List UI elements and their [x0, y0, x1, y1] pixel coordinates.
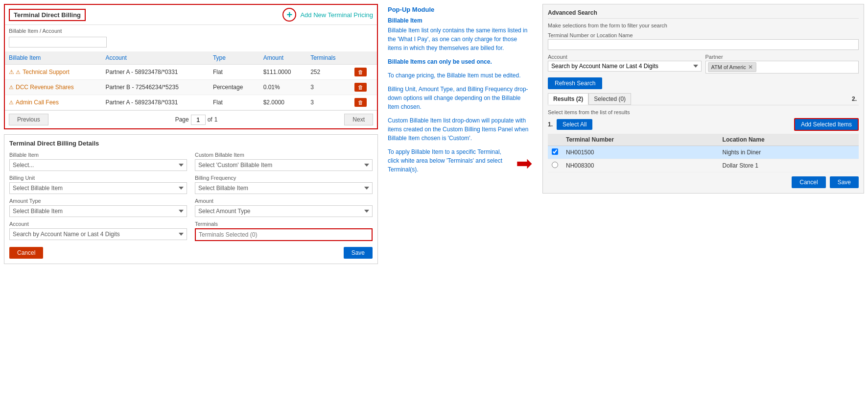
- delete-button[interactable]: 🗑: [354, 68, 367, 76]
- col-type: Type: [209, 51, 259, 65]
- selected-tab[interactable]: Selected (0): [588, 93, 631, 105]
- table-row: ⚠ Technical Support Partner A - 58923478…: [5, 65, 377, 80]
- delete-cell[interactable]: 🗑: [351, 95, 377, 110]
- cancel-button[interactable]: Cancel: [9, 247, 43, 259]
- billable-item-select[interactable]: Select...: [9, 159, 187, 171]
- account-select[interactable]: Search by Account Name or Last 4 Digits: [9, 228, 187, 240]
- amount-cell: 0.01%: [259, 80, 307, 95]
- popup-title: Pop-Up Module: [388, 6, 533, 13]
- billable-account-label: Billable Item / Account: [5, 25, 377, 35]
- location-name-cell: Dollar Store 1: [719, 159, 859, 172]
- billing-unit-label: Billing Unit: [9, 175, 187, 181]
- table-row: Admin Call Fees Partner A - 58923478/*03…: [5, 95, 377, 110]
- filter-label: Make selections from the form to filter …: [548, 23, 859, 28]
- popup-apply-text: To apply Billable Item to a specific Ter…: [388, 147, 510, 174]
- billable-item-cell[interactable]: DCC Revenue Shares: [5, 80, 101, 95]
- add-new-button[interactable]: +: [282, 8, 296, 22]
- col-terminals: Terminals: [306, 51, 350, 65]
- type-cell: Percentage: [209, 80, 259, 95]
- account-filter-select[interactable]: Search by Account Name or Last 4 Digits: [548, 61, 702, 72]
- billable-item-link[interactable]: Technical Support: [16, 69, 69, 75]
- billable-item-label: Billable Item: [9, 152, 187, 158]
- select-all-button[interactable]: Select All: [557, 119, 592, 130]
- terminal-label: Terminal Number or Location Name: [548, 32, 859, 38]
- page-input[interactable]: [191, 115, 206, 125]
- amount-label: Amount: [195, 198, 373, 204]
- save-button[interactable]: Save: [344, 247, 373, 259]
- terminals-input[interactable]: [195, 228, 373, 241]
- col-location-name: Location Name: [719, 134, 859, 146]
- col-amount: Amount: [259, 51, 307, 65]
- terminals-cell: 3: [306, 95, 350, 110]
- amount-cell: $111.0000: [259, 65, 307, 80]
- popup-once-text: To change pricing, the Billable Item mus…: [388, 71, 533, 80]
- type-cell: Flat: [209, 95, 259, 110]
- billable-item-cell[interactable]: Admin Call Fees: [5, 95, 101, 110]
- add-selected-button[interactable]: Add Selected Items: [794, 118, 859, 131]
- account-cell: Partner A - 58923478/*0331: [101, 65, 209, 80]
- page-label: Page: [175, 116, 189, 123]
- col-checkbox: [548, 134, 562, 146]
- previous-button[interactable]: Previous: [9, 114, 48, 125]
- bottom-cancel-button[interactable]: Cancel: [792, 176, 825, 188]
- account-cell: Partner B - 72546234/*5235: [101, 80, 209, 95]
- advanced-search-title: Advanced Search: [548, 9, 859, 19]
- partner-remove-icon[interactable]: ✕: [748, 64, 753, 71]
- popup-billing-unit-text: Billing Unit, Amount Type, and Billing F…: [388, 85, 533, 111]
- terminals-cell: 3: [306, 80, 350, 95]
- step1-label: 1.: [548, 121, 553, 128]
- billing-unit-select[interactable]: Select Billable Item: [9, 182, 187, 194]
- terminal-search-input[interactable]: [548, 39, 859, 50]
- billing-table: Billable Item Account Type Amount Termin…: [5, 51, 377, 110]
- type-cell: Flat: [209, 65, 259, 80]
- partner-filter-label: Partner: [705, 54, 859, 60]
- of-label: of: [208, 116, 212, 123]
- terminals-cell: 252: [306, 65, 350, 80]
- popup-once-title: Billable Items can only be used once.: [388, 57, 533, 66]
- billing-frequency-label: Billing Frequency: [195, 175, 373, 181]
- select-items-label: Select items from the list of results: [548, 109, 859, 115]
- delete-cell[interactable]: 🗑: [351, 65, 377, 80]
- refresh-search-button[interactable]: Refresh Search: [548, 77, 602, 89]
- bottom-save-button[interactable]: Save: [830, 176, 859, 188]
- delete-cell[interactable]: 🗑: [351, 80, 377, 95]
- billable-item-link[interactable]: DCC Revenue Shares: [9, 84, 74, 91]
- partner-tag-value: ATM of Americ: [711, 64, 746, 70]
- list-item[interactable]: NH001500 Nights in Diner: [548, 146, 859, 159]
- list-item[interactable]: NH008300 Dollar Store 1: [548, 159, 859, 172]
- terminal-number-cell: NH001500: [562, 146, 719, 159]
- details-title: Terminal Direct Billing Details: [9, 140, 373, 147]
- col-terminal-number: Terminal Number: [562, 134, 719, 146]
- terminals-label: Terminals: [195, 221, 373, 227]
- billing-frequency-select[interactable]: Select Billable Item: [195, 182, 373, 194]
- billable-item-link[interactable]: Admin Call Fees: [9, 99, 59, 106]
- row-radio[interactable]: [552, 162, 558, 168]
- custom-billable-select[interactable]: Select 'Custom' Billable Item: [195, 159, 373, 171]
- delete-button[interactable]: 🗑: [354, 83, 367, 92]
- results-tab[interactable]: Results (2): [548, 93, 588, 105]
- step2-label: 2.: [852, 96, 857, 102]
- amount-type-label: Amount Type: [9, 198, 187, 204]
- amount-type-select[interactable]: Select Billable Item: [9, 205, 187, 217]
- col-account: Account: [101, 51, 209, 65]
- results-table: Terminal Number Location Name NH001500 N…: [548, 134, 859, 172]
- account-cell: Partner A - 58923478/*0331: [101, 95, 209, 110]
- delete-button[interactable]: 🗑: [354, 98, 367, 107]
- account-filter-label: Account: [548, 54, 702, 60]
- partner-tag: ATM of Americ ✕: [708, 62, 756, 72]
- table-row: DCC Revenue Shares Partner B - 72546234/…: [5, 80, 377, 95]
- row-checkbox[interactable]: [552, 148, 558, 155]
- billable-account-search[interactable]: [9, 37, 107, 48]
- next-button[interactable]: Next: [344, 114, 373, 125]
- billable-item-cell[interactable]: ⚠ Technical Support: [5, 65, 101, 80]
- popup-billable-title: Billable Item: [388, 17, 533, 24]
- terminal-number-cell: NH008300: [562, 159, 719, 172]
- page-title: Terminal Direct Billing: [9, 9, 86, 21]
- amount-select[interactable]: Select Amount Type: [195, 205, 373, 217]
- total-pages: 1: [214, 116, 218, 123]
- amount-cell: $2.0000: [259, 95, 307, 110]
- custom-billable-label: Custom Billable Item: [195, 152, 373, 158]
- add-new-label: Add New Terminal Pricing: [300, 11, 373, 19]
- col-billable-item: Billable Item: [5, 51, 101, 65]
- popup-billable-text: Billable Item list only contains the sam…: [388, 26, 533, 52]
